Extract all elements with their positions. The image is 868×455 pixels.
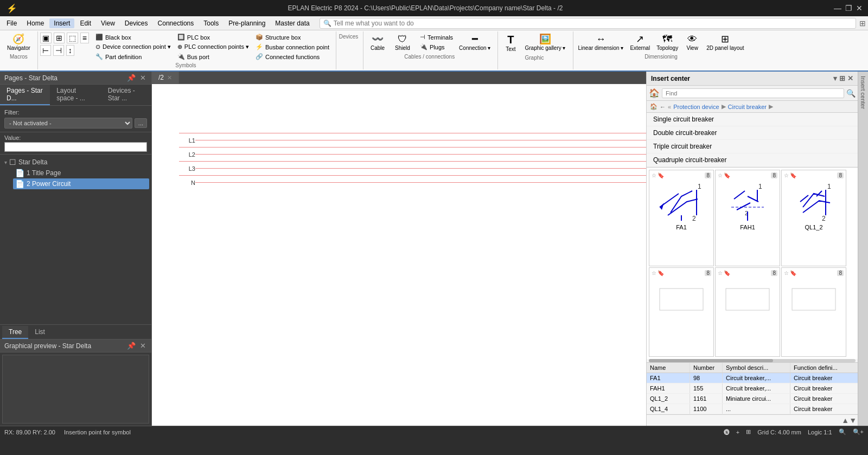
minimize-button[interactable]: —: [833, 4, 842, 12]
col-header-number[interactable]: Number: [690, 363, 723, 373]
status-grid-icon[interactable]: ⊞: [746, 428, 751, 435]
symbols-icon-5[interactable]: ⊢: [40, 45, 51, 56]
plc-connection-points-button[interactable]: ⊕ PLC connection points ▾: [175, 42, 251, 52]
text-button[interactable]: T Text: [500, 33, 521, 54]
external-button[interactable]: ↗ External: [627, 33, 653, 53]
menu-insert[interactable]: Insert: [49, 18, 74, 28]
sym6-star-icon[interactable]: ☆: [784, 270, 789, 276]
sym4-star-icon[interactable]: ☆: [652, 270, 656, 276]
filter-select[interactable]: - Not activated - All Custom...: [4, 118, 132, 129]
menu-devices[interactable]: Devices: [120, 18, 152, 28]
tree-item-power-circuit[interactable]: 📄 2 Power Circuit: [13, 178, 149, 189]
table-row-ql1-2[interactable]: QL1_2 1161 Miniature circui... Circuit b…: [647, 394, 858, 404]
symbols-icon-4[interactable]: ≡: [80, 33, 89, 43]
menu-view[interactable]: View: [97, 18, 119, 28]
sym6-bookmark-icon[interactable]: 🔖: [790, 270, 796, 276]
menu-pre-planning[interactable]: Pre-planning: [224, 18, 270, 28]
menu-tools[interactable]: Tools: [199, 18, 223, 28]
insert-center-dropdown-button[interactable]: ▾: [833, 74, 837, 82]
symbols-icon-6[interactable]: ⊣: [53, 45, 64, 56]
menu-home[interactable]: Home: [22, 18, 48, 28]
sym5-bookmark-icon[interactable]: 🔖: [724, 270, 730, 276]
symbol-card-fah1[interactable]: ☆ 🔖 8 1 2: [715, 170, 780, 266]
bottom-tab-tree[interactable]: Tree: [2, 326, 28, 339]
symbol-card-sym5[interactable]: ☆ 🔖 8: [715, 267, 780, 357]
black-box-button[interactable]: ⬛ Black box: [93, 33, 173, 42]
symbol-card-sym6[interactable]: ☆ 🔖 8: [781, 267, 846, 357]
find-input[interactable]: [662, 88, 844, 98]
device-connection-point-button[interactable]: ⊙ Device connection point ▾: [93, 42, 173, 52]
col-header-func[interactable]: Function defini...: [790, 363, 858, 373]
status-zoom-in-button[interactable]: 🔍+: [853, 428, 864, 435]
shield-button[interactable]: 🛡 Shield: [391, 33, 414, 53]
menu-master-data[interactable]: Master data: [271, 18, 314, 28]
status-plus-button[interactable]: +: [736, 429, 739, 435]
tree-item-title-page[interactable]: 📄 1 Title Page: [13, 168, 149, 178]
restore-button[interactable]: ❐: [844, 4, 853, 12]
panel-pin-button[interactable]: 📌: [126, 74, 137, 82]
subtab-devices[interactable]: Devices - Star ...: [101, 85, 151, 105]
status-n-button[interactable]: 🅝: [724, 429, 730, 435]
value-input[interactable]: [4, 142, 147, 152]
col-header-symbol[interactable]: Symbol descri...: [723, 363, 790, 373]
sym5-star-icon[interactable]: ☆: [718, 270, 723, 276]
connected-functions-button[interactable]: 🔗 Connected functions: [253, 52, 331, 61]
status-zoom-out-button[interactable]: 🔍: [839, 428, 846, 435]
col-header-name[interactable]: Name: [647, 363, 690, 373]
table-row-fah1[interactable]: FAH1 155 Circuit breaker,... Circuit bre…: [647, 383, 858, 394]
breadcrumb-back-button[interactable]: ←: [660, 104, 666, 110]
menu-connections[interactable]: Connections: [154, 18, 199, 28]
plugs-button[interactable]: 🔌 Plugs: [418, 42, 455, 52]
symbol-card-sym4[interactable]: ☆ 🔖 8: [649, 267, 714, 357]
terminals-button[interactable]: ⊣ Terminals: [418, 33, 455, 42]
category-double[interactable]: Double circuit-breaker: [647, 126, 858, 140]
connection-button[interactable]: ━ Connection ▾: [456, 33, 493, 53]
breadcrumb-home-button[interactable]: 🏠: [650, 103, 658, 110]
plc-box-button[interactable]: 🔲 PLC box: [175, 33, 251, 42]
ql1-2-bookmark-icon[interactable]: 🔖: [790, 172, 796, 178]
symbol-card-fa1[interactable]: ☆ 🔖 8 1: [649, 170, 714, 266]
panel-close-button[interactable]: ✕: [139, 74, 147, 82]
symbols-icon-3[interactable]: ⬚: [67, 33, 78, 43]
canvas-area[interactable]: L1 L2 L3 N: [152, 84, 646, 426]
tab-close-button[interactable]: ✕: [167, 74, 172, 81]
ribbon-expand-icon[interactable]: ⊞: [859, 19, 866, 28]
symbol-card-ql1-2[interactable]: ☆ 🔖 8 1: [781, 170, 846, 266]
table-row-ql1-4[interactable]: QL1_4 1100 ... Circuit breaker: [647, 404, 858, 414]
filter-options-button[interactable]: ...: [135, 118, 147, 128]
part-definition-button[interactable]: 🔧 Part definition: [93, 52, 173, 61]
fah1-star-icon[interactable]: ☆: [718, 172, 723, 178]
category-single[interactable]: Single circuit breaker: [647, 113, 858, 126]
2d-panel-button[interactable]: ⊞ 2D panel layout: [704, 33, 747, 53]
symbols-icon-7[interactable]: ↕: [66, 45, 74, 56]
insert-toolbar-icon[interactable]: 🏠: [649, 88, 660, 98]
ql1-2-star-icon[interactable]: ☆: [784, 172, 789, 178]
subtab-layout[interactable]: Layout space - ...: [50, 85, 101, 105]
symbols-icon-2[interactable]: ⊞: [54, 33, 65, 43]
preview-close-button[interactable]: ✕: [139, 342, 147, 350]
subtab-pages[interactable]: Pages - Star D...: [0, 85, 50, 105]
insert-center-close-button[interactable]: ✕: [847, 74, 853, 82]
view-button[interactable]: 👁 View: [682, 33, 703, 53]
graphic-gallery-button[interactable]: 🖼️ Graphic gallery ▾: [522, 33, 568, 54]
menu-edit[interactable]: Edit: [75, 18, 95, 28]
structure-box-button[interactable]: 📦 Structure box: [253, 33, 331, 42]
tree-item-star-delta[interactable]: ▾ ☐ Star Delta: [2, 157, 149, 168]
breadcrumb-circuit-breaker[interactable]: Circuit breaker: [728, 104, 767, 110]
breadcrumb-protection-device[interactable]: Protection device: [673, 104, 719, 110]
insert-center-side-tab[interactable]: Insert center: [858, 72, 868, 426]
bus-port-button[interactable]: 🔌 Bus port: [175, 52, 251, 61]
close-button[interactable]: ✕: [855, 4, 864, 12]
fah1-bookmark-icon[interactable]: 🔖: [724, 172, 730, 178]
cable-button[interactable]: 〰️ Cable: [366, 33, 390, 53]
category-triple[interactable]: Triple circuit breaker: [647, 140, 858, 153]
busbar-connection-button[interactable]: ⚡ Busbar connection point: [253, 42, 331, 52]
symbols-icon-1[interactable]: ▣: [40, 33, 52, 43]
bottom-tab-list[interactable]: List: [28, 326, 52, 339]
menu-file[interactable]: File: [2, 18, 21, 28]
linear-dimension-button[interactable]: ↔ Linear dimension ▾: [576, 33, 627, 53]
table-row-fa1[interactable]: FA1 98 Circuit breaker,... Circuit break…: [647, 373, 858, 383]
insert-center-expand-button[interactable]: ⊞: [839, 74, 845, 82]
fa1-bookmark-icon[interactable]: 🔖: [658, 172, 664, 178]
scroll-up-button[interactable]: ▲: [841, 416, 849, 425]
